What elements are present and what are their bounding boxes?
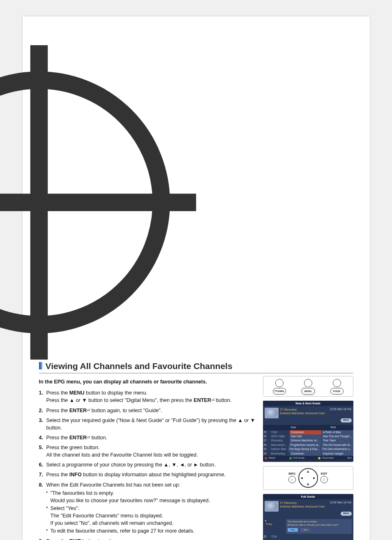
yellow-dot-icon xyxy=(318,457,321,459)
footer-exit: Exit xyxy=(348,457,352,460)
preview-thumbnail xyxy=(265,501,279,512)
exit-icon: ⤴ xyxy=(321,476,328,483)
menu-button: MENU xyxy=(302,388,315,395)
remote-circle-icon xyxy=(275,379,284,387)
sublist-item: "The favourites list is empty.Would you … xyxy=(46,489,258,504)
step-number: 4. xyxy=(39,434,46,441)
col-now: Now xyxy=(274,426,313,429)
now-next-guide-panel: Now & Next Guide 27 Discovery 13:28 Wed … xyxy=(263,401,353,462)
sublist-item: Select "Yes".The "Edit Favourite Channel… xyxy=(46,505,258,527)
step-number: 8. xyxy=(39,481,46,535)
preview-thumbnail xyxy=(265,408,279,418)
guide-row: 32Cartoon NwkThe Bugs Bunny & Roa...The … xyxy=(263,447,353,451)
step-number: 3. xyxy=(39,417,46,432)
guide1-rows: 25TCMClosedownA Patch of Blue26UKTV Styl… xyxy=(263,430,353,456)
step-sublist: "The favourites list is empty.Would you … xyxy=(46,489,258,535)
step-body: When the Edit Favourite Channels list ha… xyxy=(46,481,258,535)
step-body: Press the green button.All the channel l… xyxy=(46,444,258,459)
footer-fullguide: Full Guide xyxy=(293,457,304,460)
info-button: INFO xyxy=(341,512,351,516)
section1-steps: 1.Press the MENU button to display the m… xyxy=(39,389,258,540)
footer-favourites: Favourites xyxy=(322,457,334,460)
step-body: Press the ENTER⏎ button again, to select… xyxy=(46,407,258,414)
step-number: 6. xyxy=(39,461,46,468)
manual-page: Viewing All Channels and Favourite Chann… xyxy=(23,16,370,540)
dialog-line2: Would you like to choose your favourites… xyxy=(288,524,350,527)
psize-button: P.SIZE xyxy=(330,388,344,395)
step-body: Press the ENTER⏎ button. xyxy=(46,434,258,441)
step-number: 9 . xyxy=(39,538,46,540)
dialog-line1: The favourites list is empty. xyxy=(288,520,350,524)
remote-circle-icon xyxy=(304,379,312,387)
section1-intro: In the EPG menu, you can display all cha… xyxy=(39,378,258,385)
guide-row: 26UKTV StyleHard SellSaw This and Though… xyxy=(263,434,353,438)
full-guide-panel: Full Guide 27 Discovery 13:28 Wed 16 Feb… xyxy=(263,494,353,540)
dpad-icon: ▲▼◄► xyxy=(298,468,318,488)
ttx-mix-button: TTX/MIX xyxy=(273,388,286,395)
guide-datetime: 13:28 Wed 16 Feb xyxy=(330,501,351,505)
guide2-rows: 25TCM.26UKTV Styl.27DiscoveryExtreme Mac… xyxy=(263,535,353,540)
guide-datetime: 13:28 Wed 16 Feb xyxy=(330,408,351,411)
section1-text: In the EPG menu, you can display all cha… xyxy=(39,376,258,540)
step-body: Press the EXIT button to exit. xyxy=(46,538,258,540)
today-label: Today xyxy=(265,522,284,526)
section-title-channels: Viewing All Channels and Favourite Chann… xyxy=(39,361,353,374)
step-body: Select a programme of your choice by pre… xyxy=(46,461,258,468)
info-button: INFO xyxy=(341,418,351,422)
remote-dpad-row: INFO i ▲▼◄► EXIT ⤴ xyxy=(263,466,353,490)
current-channel: 27 Discovery xyxy=(280,501,297,505)
favourites-empty-dialog: The favourites list is empty. Would you … xyxy=(286,519,352,534)
step-number: 2. xyxy=(39,407,46,414)
info-label: INFO xyxy=(288,472,295,475)
step-number: 7. xyxy=(39,471,46,478)
guide-row: 33BoomerangClosedownInspector Gadget xyxy=(263,452,353,456)
footer-watch: Watch xyxy=(269,457,276,460)
green-dot-icon xyxy=(289,457,292,459)
step-number: 5. xyxy=(39,444,46,459)
current-channel: 27 Discovery xyxy=(280,408,297,411)
step-body: Press the MENU button to display the men… xyxy=(46,389,258,404)
crop-mark-icon xyxy=(0,45,196,361)
guide-title: Full Guide xyxy=(263,494,353,499)
remote-circle-icon xyxy=(333,379,341,387)
step-body: Press the INFO button to display informa… xyxy=(46,471,258,478)
sublist-item: To edit the favourite channels, refer to… xyxy=(46,527,258,535)
current-programme: Extreme Machines: Armoured Cars xyxy=(280,505,352,508)
guide-row: 27DiscoveryExtreme Machines: Ar...Time T… xyxy=(263,438,353,443)
red-dot-icon xyxy=(265,457,267,459)
guide-row: 25TCMClosedownA Patch of Blue xyxy=(263,430,353,434)
current-programme: Extreme Machines: Armoured Cars xyxy=(280,411,352,415)
guide-row: 25TCM. xyxy=(263,535,353,539)
guide-title: Now & Next Guide xyxy=(263,401,353,406)
dialog-no-button: No xyxy=(300,528,310,532)
remote-buttons-row: TTX/MIX MENU P.SIZE xyxy=(263,376,353,397)
exit-label: EXIT xyxy=(321,472,327,475)
dialog-yes-button: Yes xyxy=(288,528,298,532)
col-next: Next xyxy=(314,426,353,429)
step-number: 1. xyxy=(39,389,46,404)
info-icon: i xyxy=(288,476,296,483)
step-body: Select the your required guide ("Now & N… xyxy=(46,417,258,432)
guide-row: 28DiscoveryH...Programmes resume at..Thi… xyxy=(263,443,353,447)
